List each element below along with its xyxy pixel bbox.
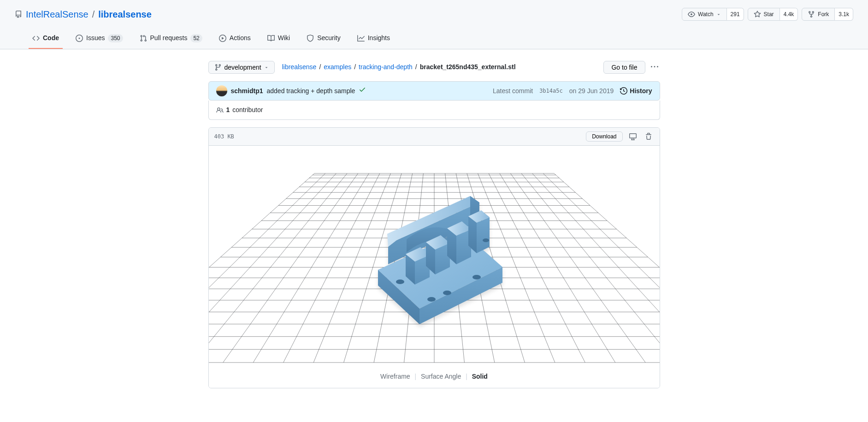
repo-icon — [15, 11, 22, 18]
shield-icon — [307, 35, 314, 42]
delete-button[interactable] — [643, 132, 654, 141]
more-options-button[interactable] — [649, 60, 660, 74]
tab-security-label: Security — [317, 33, 341, 43]
device-desktop-icon — [629, 133, 637, 140]
star-label: Star — [764, 11, 774, 18]
svg-point-69 — [427, 297, 436, 302]
watch-button[interactable]: Watch — [682, 8, 727, 21]
commit-message-link[interactable]: added tracking + depth sample — [267, 86, 355, 96]
svg-line-3 — [209, 173, 347, 363]
tab-prs[interactable]: Pull requests 52 — [136, 30, 206, 49]
tab-code-label: Code — [43, 33, 59, 43]
repo-owner-link[interactable]: IntelRealSense — [26, 7, 89, 21]
tab-actions-label: Actions — [230, 33, 251, 43]
fork-button[interactable]: Fork — [802, 8, 835, 21]
author-avatar[interactable] — [216, 85, 227, 96]
contributors-box: 1 contributor — [208, 101, 660, 120]
svg-marker-66 — [477, 217, 490, 253]
3d-model — [356, 180, 513, 328]
branch-picker[interactable]: development — [208, 61, 275, 74]
svg-line-5 — [253, 173, 369, 363]
chevron-down-icon — [716, 12, 721, 17]
tab-insights[interactable]: Insights — [354, 30, 394, 49]
tab-security[interactable]: Security — [303, 30, 344, 49]
mode-surface-angle[interactable]: Surface Angle — [421, 373, 461, 380]
svg-point-71 — [443, 291, 451, 295]
branch-name: development — [224, 64, 261, 71]
mode-separator: | — [463, 373, 470, 380]
latest-commit-bar: schmidtp1 added tracking + depth sample … — [208, 81, 660, 101]
fork-icon — [808, 11, 815, 18]
path-separator: / — [318, 62, 322, 72]
svg-line-17 — [499, 173, 615, 363]
star-count[interactable]: 4.4k — [780, 8, 798, 21]
commit-date[interactable]: on 29 Jun 2019 — [569, 86, 614, 96]
fork-count[interactable]: 3.1k — [835, 8, 853, 21]
star-button[interactable]: Star — [748, 8, 780, 21]
eye-icon — [688, 11, 695, 18]
commit-author-link[interactable]: schmidtp1 — [231, 86, 263, 96]
crumb-link-tracking[interactable]: tracking-and-depth — [359, 62, 413, 72]
tab-insights-label: Insights — [368, 33, 390, 43]
repo-actions: Watch 291 Star 4.4k Fork — [682, 8, 853, 21]
svg-point-68 — [396, 279, 404, 284]
trash-icon — [645, 133, 652, 140]
graph-icon — [357, 35, 365, 42]
mode-separator: | — [412, 373, 419, 380]
tab-issues-label: Issues — [86, 33, 105, 43]
path-separator: / — [353, 62, 357, 72]
file-navigation: development librealsense / examples / tr… — [208, 60, 660, 74]
tab-actions[interactable]: Actions — [215, 30, 254, 49]
fork-label: Fork — [818, 11, 829, 18]
watch-count[interactable]: 291 — [727, 8, 744, 21]
svg-line-4 — [223, 173, 358, 363]
svg-point-72 — [483, 238, 489, 242]
prs-count: 52 — [190, 34, 202, 42]
contributors-label: contributor — [232, 105, 263, 115]
svg-line-22 — [554, 173, 660, 363]
pr-icon — [140, 35, 147, 42]
svg-line-1 — [209, 173, 325, 363]
viewer-mode-switcher: Wireframe | Surface Angle | Solid — [209, 367, 660, 388]
history-icon — [620, 87, 627, 95]
book-icon — [267, 35, 275, 42]
chevron-down-icon — [264, 65, 269, 70]
crumb-link-examples[interactable]: examples — [324, 62, 351, 72]
svg-line-19 — [521, 173, 660, 363]
repo-name-link[interactable]: librealsense — [98, 9, 152, 19]
go-to-file-button[interactable]: Go to file — [603, 61, 645, 74]
download-button[interactable]: Download — [586, 131, 622, 142]
play-icon — [219, 35, 226, 42]
contributors-count: 1 — [226, 105, 230, 115]
repo-title: IntelRealSense / librealsense — [15, 7, 152, 21]
repo-tabs: Code Issues 350 Pull requests 52 Actions… — [15, 30, 853, 49]
tab-code[interactable]: Code — [29, 30, 63, 49]
svg-line-20 — [532, 173, 659, 363]
watch-label: Watch — [698, 11, 714, 18]
svg-line-18 — [510, 173, 645, 363]
tab-wiki-label: Wiki — [278, 33, 290, 43]
branch-icon — [214, 64, 222, 71]
mode-solid[interactable]: Solid — [472, 373, 488, 380]
commit-sha-link[interactable]: 3b14a5c — [539, 87, 563, 95]
file-size: 403 KB — [214, 132, 234, 141]
status-check-icon[interactable] — [359, 86, 366, 96]
star-icon — [754, 11, 761, 18]
breadcrumb: librealsense / examples / tracking-and-d… — [282, 62, 516, 72]
mode-wireframe[interactable]: Wireframe — [380, 373, 410, 380]
svg-line-0 — [209, 173, 314, 363]
path-separator: / — [92, 7, 95, 21]
issue-icon — [76, 35, 83, 42]
history-label: History — [630, 86, 652, 96]
latest-commit-label: Latest commit — [493, 86, 533, 96]
history-link[interactable]: History — [620, 86, 652, 96]
kebab-icon — [651, 63, 658, 71]
crumb-link-root[interactable]: librealsense — [282, 62, 317, 72]
issues-count: 350 — [108, 34, 123, 42]
display-options-button[interactable] — [627, 132, 638, 141]
tab-wiki[interactable]: Wiki — [264, 30, 294, 49]
people-icon — [216, 107, 224, 114]
tab-issues[interactable]: Issues 350 — [72, 30, 127, 49]
3d-viewer-canvas[interactable]: [] — [209, 146, 660, 367]
repo-header: IntelRealSense / librealsense Watch 291 — [0, 0, 868, 49]
